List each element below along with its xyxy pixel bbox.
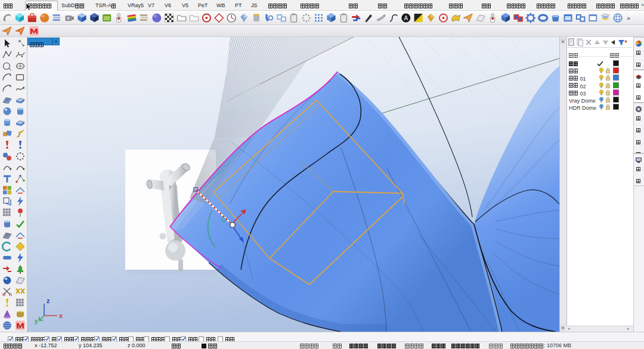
svg-text:A: A xyxy=(404,15,408,21)
svg-text:y: y xyxy=(35,318,38,325)
svg-text:»: » xyxy=(627,14,630,21)
svg-text:z: z xyxy=(47,297,50,304)
svg-text:x: x xyxy=(59,312,63,319)
svg-text:»: » xyxy=(18,324,21,331)
